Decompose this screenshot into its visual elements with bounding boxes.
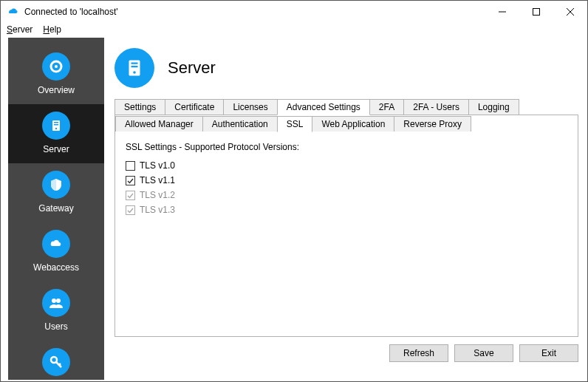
sidebar-item-webaccess[interactable]: Webaccess xyxy=(8,222,104,282)
tabs-secondary: Allowed ManagerAuthenticationSSLWeb Appl… xyxy=(115,115,578,132)
svg-point-9 xyxy=(55,128,57,129)
svg-point-18 xyxy=(133,71,136,74)
tab-certificate[interactable]: Certificate xyxy=(165,99,224,115)
ssl-section-title: SSL Settings - Supported Protocol Versio… xyxy=(126,142,567,152)
window-title: Connected to 'localhost' xyxy=(24,7,118,17)
footer: Refresh Save Exit xyxy=(114,337,578,362)
sidebar-item-label: Server xyxy=(43,144,69,154)
menu-help[interactable]: Help xyxy=(43,24,61,35)
sidebar: Overview Server Gateway Webaccess Users xyxy=(8,38,104,380)
refresh-button[interactable]: Refresh xyxy=(389,344,448,362)
menu-server-rest: erver xyxy=(13,24,33,35)
checkbox-row-tls-v1-2: TLS v1.2 xyxy=(126,188,567,202)
tab-logging[interactable]: Logging xyxy=(468,99,519,115)
sidebar-item-label: Overview xyxy=(38,85,75,95)
menubar: Server Help xyxy=(1,23,587,38)
key-icon xyxy=(42,348,70,376)
svg-rect-7 xyxy=(54,122,58,123)
tab-settings[interactable]: Settings xyxy=(114,99,165,115)
checkbox[interactable] xyxy=(126,161,135,171)
svg-point-10 xyxy=(52,299,56,303)
sidebar-item-advanced-security[interactable]: Advanced Security xyxy=(8,341,104,382)
tab-2fa[interactable]: 2FA xyxy=(369,99,404,115)
page-header: Server xyxy=(114,48,578,88)
sidebar-item-label: Users xyxy=(44,321,67,332)
tabs-primary: SettingsCertificateLicensesAdvanced Sett… xyxy=(114,98,578,337)
checkbox-row-tls-v1-3: TLS v1.3 xyxy=(126,202,567,217)
menu-help-rest: elp xyxy=(49,24,61,35)
content: Server SettingsCertificateLicensesAdvanc… xyxy=(104,38,587,380)
checkbox[interactable] xyxy=(126,176,135,185)
checkbox-row-tls-v1-0[interactable]: TLS v1.0 xyxy=(126,158,567,173)
overview-icon xyxy=(42,52,70,81)
subtab-ssl[interactable]: SSL xyxy=(277,116,313,132)
page-title: Server xyxy=(168,58,216,78)
sidebar-item-label: Webaccess xyxy=(33,262,79,273)
checkbox xyxy=(126,191,135,200)
app-icon xyxy=(7,6,18,18)
svg-rect-1 xyxy=(533,9,540,16)
cloud-icon xyxy=(42,230,70,258)
tab-licenses[interactable]: Licenses xyxy=(223,99,277,115)
checkbox xyxy=(126,205,135,215)
sidebar-item-overview[interactable]: Overview xyxy=(8,45,104,104)
subtab-authentication[interactable]: Authentication xyxy=(202,116,278,132)
tab-advanced-settings[interactable]: Advanced Settings xyxy=(277,99,370,115)
sidebar-item-users[interactable]: Users xyxy=(8,282,104,341)
checkbox-label: TLS v1.0 xyxy=(140,160,175,171)
tab-panel-ssl: SSL Settings - Supported Protocol Versio… xyxy=(114,132,578,337)
sidebar-item-gateway[interactable]: Gateway xyxy=(8,163,104,222)
svg-line-14 xyxy=(59,364,61,365)
window-controls xyxy=(485,1,587,23)
exit-button[interactable]: Exit xyxy=(519,344,578,362)
users-icon xyxy=(42,289,70,317)
checkbox-label: TLS v1.1 xyxy=(140,175,175,185)
svg-point-11 xyxy=(56,299,61,303)
sidebar-item-server[interactable]: Server xyxy=(8,104,104,163)
svg-point-12 xyxy=(51,357,57,363)
save-button[interactable]: Save xyxy=(454,344,513,362)
subtab-allowed-manager[interactable]: Allowed Manager xyxy=(115,116,203,132)
server-icon xyxy=(42,112,70,140)
shield-icon xyxy=(42,171,70,199)
titlebar: Connected to 'localhost' xyxy=(1,1,587,23)
maximize-button[interactable] xyxy=(519,1,553,23)
svg-point-5 xyxy=(55,65,58,68)
sidebar-item-label: Gateway xyxy=(38,203,73,214)
checkbox-label: TLS v1.3 xyxy=(140,205,175,215)
svg-rect-8 xyxy=(54,124,58,126)
subtab-web-application[interactable]: Web Application xyxy=(312,116,394,132)
menu-server[interactable]: Server xyxy=(7,24,33,35)
tab-panel-advanced-settings: Allowed ManagerAuthenticationSSLWeb Appl… xyxy=(114,115,578,132)
svg-rect-16 xyxy=(131,63,138,64)
minimize-button[interactable] xyxy=(485,1,519,23)
checkbox-label: TLS v1.2 xyxy=(140,190,175,200)
tab-2fa-users[interactable]: 2FA - Users xyxy=(403,99,469,115)
svg-rect-17 xyxy=(131,66,138,67)
checkbox-row-tls-v1-1[interactable]: TLS v1.1 xyxy=(126,173,567,188)
main: Overview Server Gateway Webaccess Users xyxy=(1,38,587,380)
subtab-reverse-proxy[interactable]: Reverse Proxy xyxy=(394,116,471,132)
server-icon xyxy=(114,48,154,88)
close-button[interactable] xyxy=(553,1,587,23)
